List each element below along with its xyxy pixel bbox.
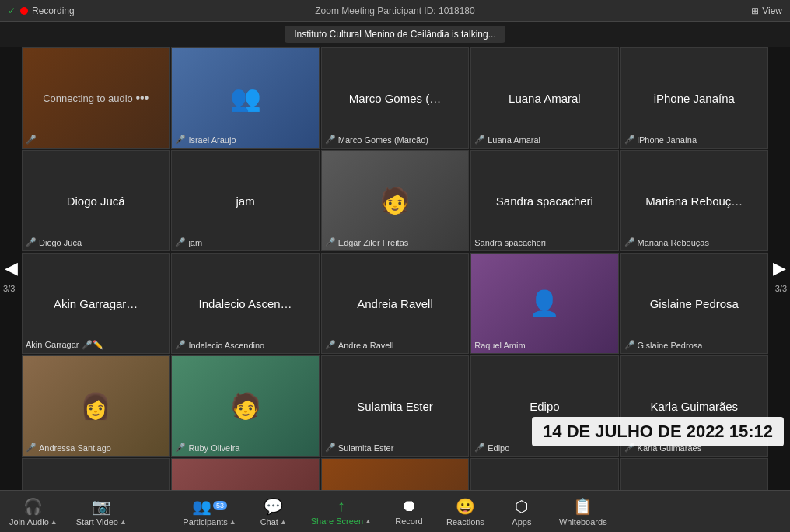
bottom-label-p13: 🎤 Andreia Ravell	[325, 340, 394, 350]
toolbar-center-section: 👥 53 Participants ▲ 💬 Chat ▲ ↑ Share Scr…	[173, 494, 616, 530]
avatar-p8: 🧑	[322, 151, 468, 250]
chat-button[interactable]: 💬 Chat ▲	[249, 494, 299, 530]
view-label: View	[762, 5, 782, 16]
bottom-label-p2: 🎤 Israel Araujo	[175, 135, 236, 145]
tile-p1: Connecting to audio ••• 🎤	[22, 47, 170, 149]
start-video-button[interactable]: 📷 Start Video ▲	[67, 494, 136, 530]
video-caret: ▲	[120, 518, 127, 526]
bottom-label-p3: 🎤 Marco Gomes (Marcão)	[325, 135, 428, 145]
bottom-label-p16: 🎤 Andressa Santiago	[26, 443, 111, 453]
apps-label: Apps	[512, 517, 531, 527]
bottom-label-p6: 🎤 Diogo Jucá	[26, 237, 82, 247]
bottom-label-p11: Akin Garragar 🎤✏️	[26, 340, 103, 350]
mic-icon-p8: 🎤	[325, 237, 336, 247]
tile-p15: Gislaine Pedrosa 🎤 Gislaine Pedrosa	[620, 253, 768, 354]
connecting-text: Connecting to audio •••	[37, 86, 155, 110]
participants-button[interactable]: 👥 53 Participants ▲	[173, 494, 245, 530]
prev-page-button[interactable]: ◀	[0, 47, 22, 490]
name-p3: Marco Gomes (…	[346, 89, 444, 108]
name-p20: Karla Guimarães	[648, 397, 742, 416]
mic-icon-p16: 🎤	[26, 443, 37, 453]
record-label: Record	[395, 516, 422, 526]
avatar-p2: 👥	[172, 48, 318, 148]
bottom-label-p17: 🎤 Ruby Oliveira	[175, 443, 239, 453]
whiteboards-icon: 📋	[573, 497, 592, 516]
green-check-icon: ✓	[8, 5, 16, 16]
record-icon: ⏺	[401, 497, 417, 515]
chat-caret: ▲	[280, 518, 287, 526]
name-p6: Diogo Jucá	[64, 191, 128, 211]
mic-icon-p3: 🎤	[325, 135, 336, 145]
avatar-p14: 👤	[471, 254, 617, 353]
name-p12: Indalecio Ascen…	[196, 294, 295, 313]
share-screen-button[interactable]: ↑ Share Screen ▲	[302, 494, 381, 529]
mic-icon-p13: 🎤	[325, 340, 336, 350]
name-p13: Andreia Ravell	[354, 294, 436, 313]
name-p19: Edipo	[526, 397, 562, 416]
recording-dot	[20, 7, 28, 15]
tile-p8: 🧑 🎤 Edgar Ziler Freitas	[321, 150, 469, 251]
mic-icon-p5: 🎤	[624, 135, 635, 145]
whiteboards-label: Whiteboards	[559, 517, 607, 527]
name-p18: Sulamita Ester	[354, 397, 436, 416]
share-caret: ▲	[365, 517, 372, 525]
video-icon: 📷	[92, 497, 111, 516]
whiteboards-button[interactable]: 📋 Whiteboards	[550, 494, 617, 530]
mic-icon-p10: 🎤	[624, 237, 635, 247]
avatar-p17: 🧑	[172, 356, 318, 456]
tile-p13: Andreia Ravell 🎤 Andreia Ravell	[321, 253, 469, 354]
tile-p17: 🧑 🎤 Ruby Oliveira	[171, 355, 319, 457]
tile-p3: Marco Gomes (… 🎤 Marco Gomes (Marcão)	[321, 47, 469, 149]
tile-p12: Indalecio Ascen… 🎤 Indalecio Ascendino	[171, 253, 319, 354]
chat-icon: 💬	[264, 497, 283, 516]
view-button[interactable]: ⊞ View	[751, 5, 782, 16]
join-audio-button[interactable]: 🎧 Join Audio ▲	[0, 494, 67, 530]
participants-label: Participants	[183, 517, 227, 527]
name-p4: Luana Amaral	[505, 89, 584, 108]
avatar-p16: 👩	[23, 356, 169, 456]
audio-icon: 🎧	[23, 497, 43, 516]
toolbar-left-section: 🎧 Join Audio ▲ 📷 Start Video ▲	[0, 494, 136, 530]
bottom-label-p10: 🎤 Mariana Rebouças	[624, 237, 709, 247]
start-video-label: Start Video	[76, 517, 118, 527]
name-p11: Akin Garragar…	[51, 294, 141, 313]
apps-button[interactable]: ⬡ Apps	[497, 494, 547, 530]
name-p7: jam	[233, 191, 258, 211]
bottom-label-p8: 🎤 Edgar Ziler Freitas	[325, 237, 408, 247]
name-p10: Mariana Rebouç…	[642, 191, 746, 211]
apps-icon: ⬡	[515, 497, 528, 516]
mic-icon-p19: 🎤	[474, 443, 485, 453]
date-overlay: 14 DE JULHO DE 2022 15:12	[532, 417, 784, 446]
name-p15: Gislaine Pedrosa	[647, 294, 742, 313]
tile-p4: Luana Amaral 🎤 Luana Amaral	[470, 47, 618, 149]
participant-count-badge: 53	[213, 501, 227, 510]
bottom-label-p7: 🎤 jam	[175, 237, 202, 247]
participants-caret: ▲	[229, 518, 236, 526]
participants-icon: 👥	[192, 497, 211, 516]
chat-label: Chat	[260, 517, 278, 527]
reactions-icon: 😀	[456, 497, 475, 516]
join-audio-label: Join Audio	[9, 517, 49, 527]
mic-icon-p4: 🎤	[474, 135, 485, 145]
mic-icon-p17: 🎤	[175, 443, 186, 453]
record-button[interactable]: ⏺ Record	[384, 494, 434, 529]
tile-p5: iPhone Janaína 🎤 iPhone Janaína	[620, 47, 768, 149]
recording-label: Recording	[32, 5, 75, 16]
tile-p11: Akin Garragar… Akin Garragar 🎤✏️	[22, 253, 170, 354]
tile-p14: 👤 Raquel Amim	[470, 253, 618, 354]
bottom-label-p9: Sandra spacacheri	[474, 238, 546, 247]
bottom-label-p19: 🎤 Edipo	[474, 443, 509, 453]
tile-p18: Sulamita Ester 🎤 Sulamita Ester	[321, 355, 469, 457]
grid-icon: ⊞	[751, 5, 759, 16]
audio-caret: ▲	[51, 518, 58, 526]
mic-icon-p12: 🎤	[175, 340, 186, 350]
toolbar: 🎧 Join Audio ▲ 📷 Start Video ▲ 👥 53 Part…	[0, 490, 790, 532]
mic-icon-p15: 🎤	[624, 340, 635, 350]
tile-p2: 👥 🎤 Israel Araujo	[171, 47, 319, 149]
bottom-label-p15: 🎤 Gislaine Pedrosa	[624, 340, 703, 350]
reactions-button[interactable]: 😀 Reactions	[437, 494, 494, 530]
mic-icon-p1: 🎤	[26, 135, 37, 145]
share-screen-icon: ↑	[337, 497, 345, 515]
mic-icon-p7: 🎤	[175, 237, 186, 247]
tile-p9: Sandra spacacheri Sandra spacacheri	[470, 150, 618, 251]
